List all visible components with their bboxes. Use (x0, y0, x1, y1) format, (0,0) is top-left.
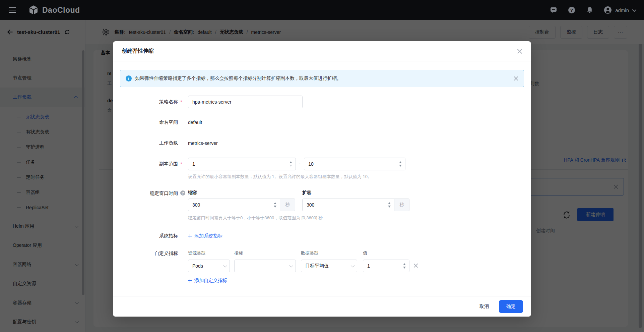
range-tilde: ~ (299, 161, 301, 167)
data-type-select[interactable]: 目标平均值 (301, 260, 357, 272)
modal-footer: 取消 确定 (113, 296, 531, 317)
required-mark: * (180, 161, 182, 167)
value-column: 值 (363, 250, 409, 272)
increment-icon[interactable] (274, 202, 276, 204)
replica-range-row: 副本范围 * ~ (120, 158, 524, 170)
notification-bell-icon[interactable] (586, 6, 594, 14)
value-stepper[interactable] (363, 260, 409, 272)
workload-label: 工作负载 (120, 140, 178, 146)
stepper-arrows[interactable] (270, 202, 280, 208)
policy-name-label: 策略名称 (120, 99, 178, 105)
decrement-icon[interactable] (274, 206, 276, 208)
stepper-arrows[interactable] (396, 161, 405, 167)
plus-icon (188, 279, 192, 283)
stability-window-hint: 稳定窗口时间需要大于等于0，小于等于3600，取值范围为 [0,3600] 秒 (188, 215, 524, 221)
custom-metric-columns: 资源类型 Pods 指标 数据类型 目标平均值 (188, 250, 418, 272)
chevron-down-icon (289, 264, 293, 267)
daocloud-logo: DaoCloud (28, 5, 80, 15)
system-metric-row: 系统指标 添加系统指标 (120, 233, 524, 239)
stepper-arrows[interactable] (385, 202, 394, 208)
chevron-down-icon (223, 264, 227, 267)
chat-icon[interactable] (550, 6, 558, 14)
required-mark: * (180, 99, 182, 105)
stepper-arrows[interactable] (400, 263, 409, 269)
username: admin (615, 7, 629, 13)
replica-max-input[interactable] (304, 161, 396, 167)
scale-down-label: 缩容 (188, 190, 295, 196)
scale-up-stepper[interactable] (302, 199, 394, 211)
policy-name-row: 策略名称 * (120, 96, 524, 108)
add-custom-metric-link[interactable]: 添加自定义指标 (188, 278, 524, 284)
resource-type-select[interactable]: Pods (188, 260, 230, 272)
cancel-button[interactable]: 取消 (474, 300, 494, 313)
custom-metric-row: 自定义指标 资源类型 Pods 指标 (120, 250, 524, 272)
namespace-value: default (188, 120, 202, 125)
add-custom-metric-text: 添加自定义指标 (194, 278, 227, 284)
help-icon[interactable]: ? (568, 6, 576, 14)
remove-metric-icon[interactable] (413, 263, 418, 268)
hamburger-menu-icon[interactable] (9, 7, 16, 13)
custom-metric-label: 自定义指标 (120, 250, 178, 257)
seconds-unit: 秒 (394, 199, 409, 211)
system-metric-label: 系统指标 (120, 233, 178, 239)
decrement-icon[interactable] (399, 165, 402, 167)
help-circle-icon[interactable]: ? (180, 190, 185, 196)
metric-select[interactable] (234, 260, 296, 272)
add-system-metric-text: 添加系统指标 (194, 233, 222, 239)
chevron-down-icon (632, 7, 637, 12)
scale-down-group: 缩容 秒 (188, 190, 295, 211)
seconds-unit: 秒 (280, 199, 295, 211)
stability-window-label: 稳定窗口时间 (120, 190, 178, 197)
increment-icon[interactable] (399, 161, 402, 163)
replica-range-label: 副本范围 (120, 161, 178, 167)
plus-icon (188, 234, 192, 238)
increment-icon[interactable] (289, 161, 292, 163)
alert-text: 如果弹性伸缩策略指定了多个指标，那么会按照每个指标分别计算扩缩副本数，取最大值进… (135, 75, 341, 81)
daocloud-cube-icon (28, 5, 39, 15)
chevron-down-icon (351, 264, 355, 267)
info-alert: i 如果弹性伸缩策略指定了多个指标，那么会按照每个指标分别计算扩缩副本数，取最大… (120, 70, 524, 87)
create-hpa-modal: 创建弹性伸缩 i 如果弹性伸缩策略指定了多个指标，那么会按照每个指标分别计算扩缩… (113, 41, 531, 317)
data-type-column: 数据类型 目标平均值 (301, 250, 357, 272)
svg-text:?: ? (570, 8, 573, 13)
resource-type-value: Pods (192, 263, 203, 269)
scale-down-stepper[interactable] (188, 199, 280, 211)
replica-max-stepper[interactable] (304, 158, 405, 170)
scale-down-input[interactable] (188, 202, 270, 208)
replica-min-stepper[interactable] (188, 158, 296, 170)
resource-type-label: 资源类型 (188, 250, 230, 256)
scale-up-group: 扩容 秒 (302, 190, 409, 211)
value-input[interactable] (363, 263, 400, 269)
stability-window-row: 稳定窗口时间 ? 缩容 秒 扩容 (120, 190, 524, 211)
alert-close-icon[interactable] (514, 76, 518, 81)
modal-title: 创建弹性伸缩 (122, 48, 154, 55)
modal-body: i 如果弹性伸缩策略指定了多个指标，那么会按照每个指标分别计算扩缩副本数，取最大… (113, 61, 531, 284)
decrement-icon[interactable] (388, 206, 391, 208)
decrement-icon[interactable] (289, 165, 292, 167)
add-system-metric-link[interactable]: 添加系统指标 (188, 233, 222, 239)
stepper-arrows[interactable] (286, 161, 296, 167)
logo-text: DaoCloud (42, 6, 80, 15)
info-icon: i (126, 75, 132, 81)
increment-icon[interactable] (388, 202, 391, 204)
modal-close-icon[interactable] (517, 49, 522, 54)
policy-name-input[interactable] (188, 96, 303, 108)
topbar: DaoCloud ? admin (0, 0, 644, 20)
resource-type-column: 资源类型 Pods (188, 250, 230, 272)
increment-icon[interactable] (403, 263, 406, 265)
avatar (604, 6, 612, 14)
data-type-label: 数据类型 (301, 250, 357, 256)
value-label: 值 (363, 250, 409, 256)
replica-range-hint: 设置允许的最小容器组副本数量，默认值为 1。设置允许的最大容器组副本数量，默认值… (188, 174, 524, 180)
workload-row: 工作负载 metrics-server (120, 137, 524, 150)
scale-up-label: 扩容 (302, 190, 409, 196)
metric-label: 指标 (234, 250, 296, 256)
data-type-value: 目标平均值 (305, 263, 329, 269)
scale-up-input[interactable] (303, 202, 385, 208)
user-menu[interactable]: admin (604, 6, 635, 14)
metric-column: 指标 (234, 250, 296, 272)
replica-min-input[interactable] (188, 161, 286, 167)
confirm-button[interactable]: 确定 (499, 300, 523, 313)
decrement-icon[interactable] (403, 267, 406, 269)
modal-header: 创建弹性伸缩 (113, 41, 531, 61)
